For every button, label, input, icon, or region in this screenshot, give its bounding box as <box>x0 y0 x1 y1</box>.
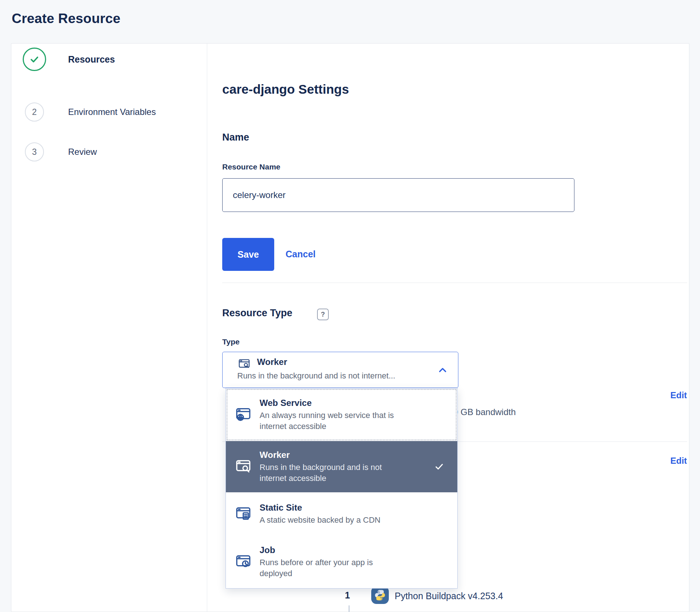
resource-name-label: Resource Name <box>222 163 280 171</box>
selected-type-title: Worker <box>257 357 287 367</box>
option-text: Job Runs before or after your app is dep… <box>260 545 386 578</box>
type-label: Type <box>222 337 239 346</box>
selected-type-description: Runs in the background and is not intern… <box>237 371 435 381</box>
option-description: Runs before or after your app is deploye… <box>260 557 386 578</box>
step-label-environment-variables: Environment Variables <box>68 107 156 117</box>
worker-icon <box>238 358 250 370</box>
option-description: An always running web service that is in… <box>260 410 406 431</box>
cancel-link[interactable]: Cancel <box>286 249 316 260</box>
save-button[interactable]: Save <box>222 238 274 271</box>
edit-link-bottom[interactable]: Edit <box>670 456 687 466</box>
worker-icon <box>235 458 252 475</box>
page-title: Create Resource <box>12 11 120 26</box>
selected-check-icon <box>434 461 445 472</box>
type-option-static-site[interactable]: Static Site A static website backed by a… <box>226 492 457 536</box>
step-resources[interactable]: Resources <box>23 48 191 71</box>
bandwidth-text: 0 GB bandwidth <box>453 407 516 417</box>
name-section-heading: Name <box>222 132 249 143</box>
settings-title: care-django Settings <box>222 82 349 97</box>
job-icon <box>235 553 252 570</box>
type-option-worker[interactable]: Worker Runs in the background and is not… <box>226 441 457 492</box>
step-number-circle: 2 <box>25 102 44 122</box>
type-option-job[interactable]: Job Runs before or after your app is dep… <box>226 536 457 588</box>
python-icon <box>371 586 389 604</box>
resource-type-heading: Resource Type <box>222 307 293 319</box>
option-text: Worker Runs in the background and is not… <box>260 450 395 483</box>
option-description: Runs in the background and is not intern… <box>260 462 395 483</box>
option-description: A static website backed by a CDN <box>260 515 380 525</box>
step-environment-variables[interactable]: 2 Environment Variables <box>25 102 193 122</box>
resource-type-select[interactable]: Worker Runs in the background and is not… <box>222 352 458 388</box>
option-title: Worker <box>260 450 395 460</box>
web-service-icon <box>235 406 252 423</box>
chevron-up-icon <box>437 364 448 376</box>
resource-type-menu: Web Service An always running web servic… <box>226 388 458 589</box>
edit-link-top[interactable]: Edit <box>670 390 687 400</box>
step-label-resources: Resources <box>68 54 115 65</box>
step-complete-circle <box>23 48 46 71</box>
check-icon <box>28 53 41 66</box>
timeline-connector <box>349 605 350 612</box>
option-title: Job <box>260 545 386 555</box>
static-site-icon <box>235 505 252 522</box>
buildpack-label: Python Buildpack v4.253.4 <box>395 591 503 601</box>
step-review[interactable]: 3 Review <box>25 142 193 161</box>
step-number-circle: 3 <box>25 142 44 161</box>
option-title: Web Service <box>260 398 406 408</box>
help-icon[interactable]: ? <box>317 309 329 320</box>
create-resource-page: Create Resource Resources 2 Environment … <box>0 0 700 612</box>
option-text: Web Service An always running web servic… <box>260 398 406 431</box>
step-label-review: Review <box>68 147 97 157</box>
option-title: Static Site <box>260 503 380 513</box>
section-divider <box>222 283 687 283</box>
buildpack-index: 1 <box>345 590 350 601</box>
type-option-web-service[interactable]: Web Service An always running web servic… <box>226 388 457 441</box>
option-text: Static Site A static website backed by a… <box>260 503 380 525</box>
resource-name-input[interactable] <box>222 178 574 212</box>
sidebar-divider <box>207 44 207 612</box>
